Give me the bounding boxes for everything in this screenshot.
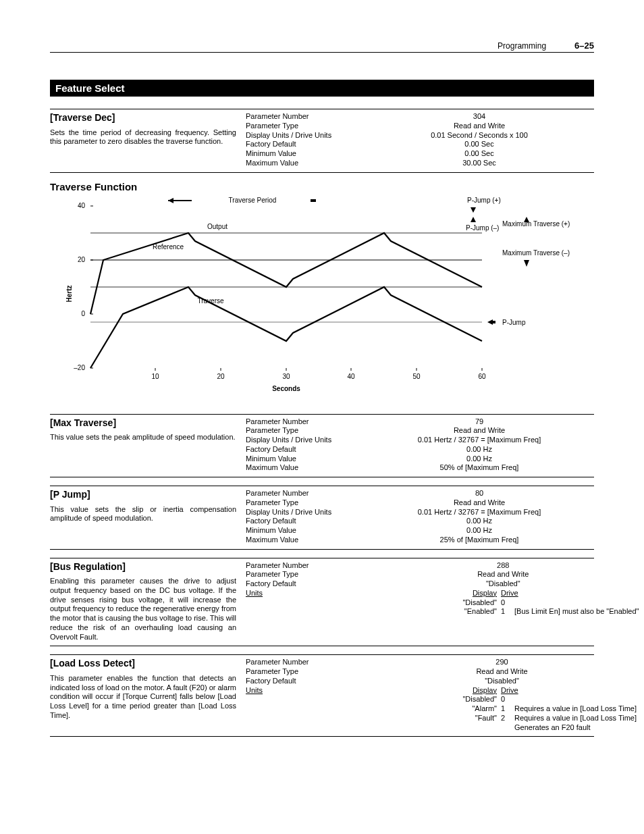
section-max-traverse: [Max Traverse] This value sets the peak … [50,414,594,478]
traverse-dec-desc: Sets the time period of decreasing frequ… [50,128,236,147]
svg-marker-41 [524,260,529,267]
p-jump-desc: This value sets the slip or inertia comp… [50,505,236,524]
svg-marker-28 [168,198,173,203]
svg-marker-39 [524,217,529,222]
svg-text:Reference: Reference [153,243,184,251]
max-traverse-title: [Max Traverse] [50,417,236,429]
svg-text:10: 10 [151,373,159,380]
svg-text:0: 0 [81,310,85,317]
svg-text:–20: –20 [74,364,85,371]
svg-text:Seconds: Seconds [272,385,300,392]
max-traverse-desc: This value sets the peak amplitude of sp… [50,433,236,442]
header-section: Programming [498,41,546,51]
svg-marker-35 [471,207,476,213]
bus-reg-title: [Bus Regulation] [50,561,236,573]
traverse-function-diagram: Traverse Function 40 20 0 –20 10 20 30 4… [50,181,594,402]
section-traverse-dec: [Traverse Dec] Sets the time period of d… [50,109,594,173]
section-p-jump: [P Jump] This value sets the slip or ine… [50,486,594,550]
svg-text:20: 20 [217,373,225,380]
svg-text:P-Jump (+): P-Jump (+) [467,197,501,204]
svg-text:50: 50 [412,373,421,380]
section-load-loss-detect: [Load Loss Detect] This parameter enable… [50,654,594,737]
svg-text:P-Jump (–): P-Jump (–) [466,224,499,232]
section-bus-regulation: [Bus Regulation] Enabling this parameter… [50,558,594,647]
page-header: Programming 6–25 [50,41,594,53]
svg-text:Maximum Traverse (+): Maximum Traverse (+) [502,220,570,228]
svg-rect-30 [311,199,316,202]
p-jump-title: [P Jump] [50,489,236,501]
svg-text:30: 30 [282,373,290,380]
svg-marker-44 [487,319,493,325]
svg-text:Hertz: Hertz [65,285,73,302]
svg-text:Maximum Traverse (–): Maximum Traverse (–) [502,249,570,257]
traverse-dec-title: [Traverse Dec] [50,112,236,124]
svg-text:40: 40 [78,202,86,209]
svg-marker-37 [471,217,476,222]
svg-text:60: 60 [478,373,486,380]
units-label: Units [246,589,367,598]
header-page-number: 6–25 [574,41,594,51]
svg-text:Traverse Period: Traverse Period [229,197,277,204]
load-loss-title: [Load Loss Detect] [50,658,236,670]
svg-text:20: 20 [78,256,86,263]
svg-text:40: 40 [347,373,355,380]
svg-text:Output: Output [207,223,227,230]
bus-reg-desc: Enabling this parameter causes the drive… [50,577,236,642]
diagram-title: Traverse Function [50,181,594,192]
load-loss-desc: This parameter enables the function that… [50,674,236,721]
feature-select-bar: Feature Select [50,80,594,97]
svg-text:P-Jump: P-Jump [502,319,526,326]
traverse-chart-svg: 40 20 0 –20 10 20 30 40 50 60 Seconds He… [50,192,570,402]
param-values: 304 Read and Write 0.01 Second / Seconds… [367,112,594,168]
param-labels: Parameter Number Parameter Type Display … [246,112,367,168]
svg-text:Traverse: Traverse [197,297,224,305]
